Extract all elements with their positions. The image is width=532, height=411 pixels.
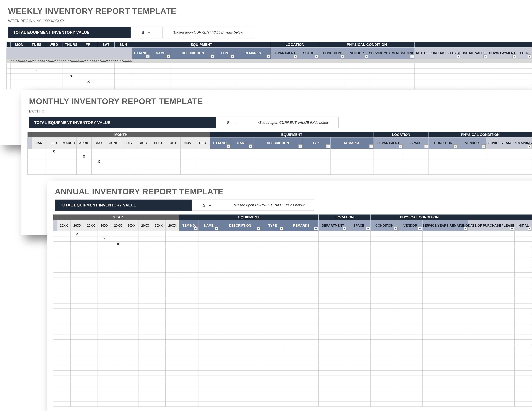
cell[interactable] — [180, 149, 195, 154]
cell[interactable] — [347, 283, 370, 288]
grid-weekly[interactable]: MONTUESWEDTHURSFRISATSUNEQUIPMENTLOCATIO… — [6, 42, 532, 89]
cell[interactable] — [98, 242, 111, 247]
cell[interactable] — [468, 314, 514, 319]
cell[interactable] — [284, 381, 319, 386]
filter-dropdown-icon[interactable] — [215, 227, 218, 231]
cell[interactable] — [422, 324, 468, 329]
cell[interactable] — [199, 309, 219, 314]
cell[interactable] — [166, 159, 180, 164]
filter-dropdown-icon[interactable] — [266, 55, 270, 58]
cell[interactable] — [125, 231, 138, 236]
cell[interactable] — [111, 345, 125, 350]
cell[interactable] — [219, 314, 261, 319]
cell[interactable] — [398, 288, 422, 293]
filter-dropdown-icon[interactable] — [146, 55, 150, 58]
cell[interactable] — [422, 360, 468, 365]
cell[interactable] — [179, 329, 198, 335]
filter-dropdown-icon[interactable] — [341, 55, 344, 58]
cell[interactable] — [219, 303, 261, 309]
cell[interactable] — [398, 262, 422, 267]
cell[interactable] — [347, 303, 370, 309]
cell[interactable] — [150, 79, 171, 84]
cell[interactable] — [57, 386, 70, 391]
col-header[interactable]: DATE OF PURCHASE / LEASE — [415, 47, 461, 59]
cell[interactable] — [179, 345, 198, 350]
cell[interactable] — [514, 231, 532, 236]
cell[interactable] — [199, 267, 219, 272]
cell[interactable] — [138, 257, 152, 262]
cell[interactable] — [398, 360, 422, 365]
cell[interactable] — [371, 340, 398, 345]
cell[interactable] — [199, 288, 219, 293]
cell[interactable] — [84, 257, 98, 262]
table-row[interactable] — [53, 319, 532, 324]
day-header[interactable]: SUN — [115, 42, 132, 47]
filter-dropdown-icon[interactable] — [167, 55, 170, 58]
col-header[interactable]: DESCRIPTION — [171, 47, 215, 59]
cell[interactable] — [111, 350, 125, 355]
cell[interactable] — [98, 402, 111, 407]
filter-dropdown-icon[interactable] — [464, 227, 467, 231]
cell[interactable] — [84, 365, 98, 371]
cell[interactable] — [345, 68, 369, 74]
table-row[interactable]: X — [7, 68, 532, 74]
cell[interactable] — [261, 350, 284, 355]
cell[interactable] — [125, 267, 138, 272]
cell[interactable] — [517, 79, 532, 84]
cell[interactable] — [271, 68, 298, 74]
cell[interactable] — [165, 396, 179, 402]
cell[interactable] — [57, 360, 70, 365]
cell[interactable] — [125, 303, 138, 309]
cell[interactable] — [271, 79, 298, 84]
cell[interactable] — [152, 257, 165, 262]
month-header[interactable]: SEPT — [151, 138, 166, 149]
cell[interactable] — [152, 386, 165, 391]
col-header[interactable]: LO IN — [517, 47, 532, 59]
cell[interactable] — [111, 298, 125, 303]
cell[interactable] — [461, 84, 488, 89]
cell[interactable] — [398, 319, 422, 324]
cell[interactable] — [57, 391, 70, 396]
cell[interactable] — [138, 345, 152, 350]
cell[interactable] — [98, 360, 111, 365]
table-row[interactable] — [53, 365, 532, 371]
cell[interactable] — [199, 371, 219, 376]
cell[interactable] — [514, 386, 532, 391]
cell[interactable] — [195, 149, 210, 154]
cell[interactable] — [98, 340, 111, 345]
cell[interactable] — [165, 262, 179, 267]
cell[interactable] — [125, 329, 138, 335]
cell[interactable] — [111, 247, 125, 252]
cell[interactable] — [319, 402, 347, 407]
cell[interactable] — [422, 247, 468, 252]
cell[interactable] — [179, 252, 198, 257]
year-header[interactable]: 20XX — [57, 220, 70, 231]
cell[interactable] — [125, 247, 138, 252]
table-row[interactable] — [53, 247, 532, 252]
cell[interactable] — [84, 340, 98, 345]
table-row[interactable] — [53, 278, 532, 283]
cell[interactable] — [138, 371, 152, 376]
cell[interactable] — [111, 376, 125, 381]
cell[interactable] — [371, 231, 398, 236]
cell[interactable] — [179, 257, 198, 262]
cell[interactable] — [171, 74, 215, 79]
cell[interactable] — [319, 329, 347, 335]
cell[interactable] — [115, 68, 132, 74]
cell[interactable] — [284, 293, 319, 298]
cell[interactable] — [71, 371, 84, 376]
cell[interactable] — [371, 365, 398, 371]
cell[interactable] — [98, 272, 111, 278]
cell[interactable] — [261, 340, 284, 345]
cell[interactable] — [199, 396, 219, 402]
cell[interactable] — [461, 79, 488, 84]
cell[interactable] — [10, 68, 28, 74]
cell[interactable] — [106, 159, 121, 164]
cell[interactable] — [84, 381, 98, 386]
cell[interactable] — [422, 340, 468, 345]
filter-dropdown-icon[interactable] — [294, 55, 297, 58]
cell[interactable] — [138, 376, 152, 381]
cell[interactable] — [152, 236, 165, 242]
cell[interactable] — [422, 371, 468, 376]
cell[interactable] — [57, 236, 70, 242]
